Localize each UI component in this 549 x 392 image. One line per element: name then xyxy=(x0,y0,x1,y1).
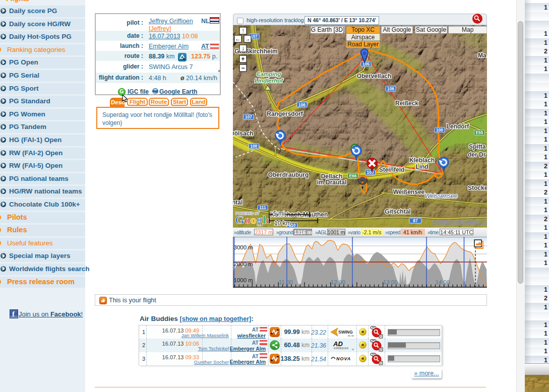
svg-text:Stocke: Stocke xyxy=(468,184,487,191)
svg-text:106: 106 xyxy=(298,102,306,107)
svg-text:Weißensee: Weißensee xyxy=(393,188,425,195)
svg-text:gebruiksvoorwaarden: gebruiksvoorwaarden xyxy=(431,218,487,225)
svg-text:Lendorf: Lendorf xyxy=(447,123,470,130)
svg-text:107: 107 xyxy=(251,34,258,39)
svg-text:im Drautal: im Drautal xyxy=(317,179,347,186)
svg-text:10 km: 10 km xyxy=(274,220,291,227)
svg-text:+: + xyxy=(241,55,245,62)
svg-text:106: 106 xyxy=(387,86,394,91)
svg-text:Camping: Camping xyxy=(256,71,281,77)
svg-text:Sat Google: Sat Google xyxy=(416,26,446,33)
svg-text:Dölsach: Dölsach xyxy=(233,130,254,137)
svg-text:↓: ↓ xyxy=(241,45,245,52)
svg-text:100: 100 xyxy=(367,170,374,175)
svg-text:Lindlerhof: Lindlerhof xyxy=(255,78,283,84)
svg-text:→: → xyxy=(245,35,251,42)
svg-text:5 mi: 5 mi xyxy=(273,210,285,217)
svg-text:Topo XC: Topo XC xyxy=(351,26,375,33)
svg-text:AD: AD xyxy=(333,340,343,348)
svg-text:−: − xyxy=(241,64,245,72)
svg-text:NOVA: NOVA xyxy=(336,356,351,361)
svg-text:Lind: Lind xyxy=(415,163,428,170)
svg-text:AIRDESIGN: AIRDESIGN xyxy=(334,347,348,350)
svg-text:Ma: Ma xyxy=(478,52,486,59)
svg-text:E55: E55 xyxy=(475,130,483,135)
svg-text:Rangersdorf: Rangersdorf xyxy=(267,110,303,117)
svg-text:107: 107 xyxy=(245,114,252,119)
svg-text:Google: Google xyxy=(235,213,271,226)
svg-text:100: 100 xyxy=(250,144,257,149)
svg-text:11:00: 11:00 xyxy=(279,279,293,285)
svg-text:ntal: ntal xyxy=(233,199,242,206)
svg-text:105: 105 xyxy=(362,61,370,67)
svg-text:Weissensee: Weissensee xyxy=(424,192,457,200)
svg-text:Reißeck: Reißeck xyxy=(395,100,418,107)
svg-text:3000 m: 3000 m xyxy=(234,244,253,250)
svg-text:100: 100 xyxy=(436,127,443,133)
svg-text:Map: Map xyxy=(462,26,474,33)
svg-text:111: 111 xyxy=(259,205,266,210)
svg-text:der Dr: der Dr xyxy=(468,151,486,158)
svg-text:Obervellach: Obervellach xyxy=(357,73,392,80)
svg-text:Alt Google: Alt Google xyxy=(383,26,411,33)
svg-text:Road Layer: Road Layer xyxy=(347,41,379,48)
svg-text:Steinfeld: Steinfeld xyxy=(379,166,405,173)
svg-text:1000 m: 1000 m xyxy=(234,277,253,283)
svg-text:SWING: SWING xyxy=(338,330,353,335)
svg-text:←: ← xyxy=(235,35,241,42)
svg-text:Gitschtal: Gitschtal xyxy=(385,208,410,215)
svg-text:E66: E66 xyxy=(349,173,356,178)
svg-text:87: 87 xyxy=(413,218,418,223)
svg-text:Spitta: Spitta xyxy=(469,143,486,150)
svg-text:14:00: 14:00 xyxy=(436,279,450,285)
svg-text:Oberdrauburg: Oberdrauburg xyxy=(268,171,309,178)
svg-text:G Earth [3D]: G Earth [3D] xyxy=(311,26,345,33)
svg-text:2000 m: 2000 m xyxy=(234,261,253,267)
svg-text:13:00: 13:00 xyxy=(383,279,398,285)
svg-text:↑: ↑ xyxy=(241,27,245,34)
svg-text:Kleblach: Kleblach xyxy=(409,157,435,164)
svg-text:Airspace: Airspace xyxy=(351,34,375,41)
svg-text:12:00: 12:00 xyxy=(331,279,345,285)
